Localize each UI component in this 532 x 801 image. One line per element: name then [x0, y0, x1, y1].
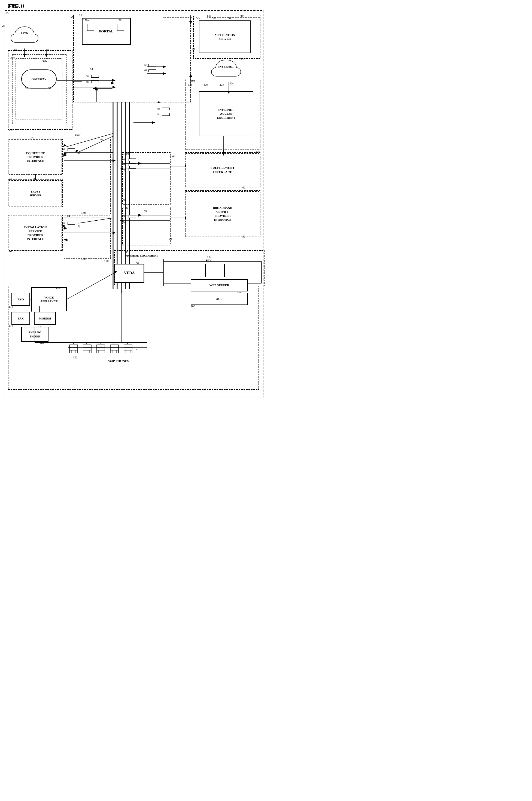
pc-box-1 [191, 264, 206, 277]
ref-44: 44 [157, 100, 160, 103]
ref-112: 112 [39, 341, 44, 344]
svg-marker-59 [63, 144, 66, 147]
conn-66-portal [91, 75, 99, 78]
conn-66-150b [68, 222, 75, 225]
ref-68-iae: 68 [157, 113, 160, 115]
ref-56a: 56a [196, 16, 201, 20]
ellipsis-pcs: . . . [229, 269, 234, 273]
ref-36: 36 [48, 87, 51, 90]
svg-line-144 [67, 273, 114, 299]
analog-phone-box: ANALOG PHONE [21, 327, 49, 342]
svg-marker-36 [113, 86, 116, 89]
svg-marker-32 [111, 82, 114, 84]
ref-96: 96 [124, 215, 126, 217]
ref-150c: 150c [123, 207, 129, 210]
svg-marker-45 [120, 219, 123, 222]
conn-66-150c [129, 215, 136, 218]
fxo-box: FXO [12, 293, 30, 306]
fulfillment-interface: FULFILLMENT INTERFACE [186, 153, 259, 187]
veda-box: VEDA [114, 264, 145, 283]
ref-80: 80 [65, 239, 68, 242]
ref-32a: 32a [25, 87, 30, 90]
portal-box: PORTAL [82, 18, 131, 45]
iae-box: INTERNET ACCESS EQUIPMENT [199, 91, 253, 136]
ref-100: 100 [104, 259, 109, 263]
ref-66-iae: 66 [157, 107, 160, 110]
svg-marker-125 [112, 79, 115, 82]
ref-90: 90 [169, 237, 172, 240]
phone-icon-2 [82, 343, 93, 356]
conn-66-150d-1 [129, 158, 136, 161]
conn-68-portal [91, 80, 99, 83]
ref-150d: 150d [123, 152, 129, 155]
pcs-label: PCs [206, 259, 211, 262]
ref-42a: 42a [188, 83, 192, 86]
portal-element-2 [117, 24, 124, 31]
ref-40c: 40c [229, 82, 234, 85]
ref-102: 102 [73, 356, 78, 359]
ref-42b: 42b [204, 83, 208, 86]
ref-150b: 150b [80, 257, 87, 260]
svg-marker-84 [152, 121, 155, 124]
ref-32b: 32b [42, 59, 47, 63]
svg-marker-135 [64, 227, 67, 230]
ref-10: 10 [5, 12, 8, 15]
conn-68-portal-r [149, 70, 156, 72]
svg-marker-39 [138, 162, 141, 165]
svg-marker-55 [63, 154, 67, 157]
application-server-box: APPLICATION SERVER [199, 20, 251, 53]
conn-66-iae [162, 108, 170, 110]
svg-line-58 [65, 133, 113, 147]
ref-150f: 150f [75, 133, 80, 136]
ref-68-r: 68 [145, 69, 147, 72]
ref-28: 28 [118, 19, 121, 22]
ref-34: 34 [90, 68, 93, 71]
ref-104: 104 [207, 255, 212, 259]
voip-phones-row: . . . [68, 343, 141, 356]
ref-110: 110 [56, 286, 60, 289]
figure-title: FIG. 1 [7, 3, 23, 9]
ref-82: 82 [9, 249, 12, 252]
ref-66-150c: 66 [145, 209, 147, 212]
ref-30a: 30a [8, 129, 13, 132]
ref-92: 92 [243, 235, 245, 238]
ref-40b: 40b [191, 79, 195, 82]
conn-66-150d-2 [129, 164, 136, 166]
ref-74: 74 [100, 138, 103, 141]
svg-marker-43 [138, 214, 141, 216]
svg-line-60 [78, 136, 113, 153]
ref-58: 58 [192, 47, 195, 50]
diagram: FIG. 1 [0, 0, 267, 400]
svg-marker-30 [163, 72, 166, 75]
web-server-box: WEB SERVER [191, 279, 248, 291]
ref-94: 94 [123, 198, 126, 202]
ref-67-150d: 67 [124, 158, 126, 161]
ref-66-r: 66 [145, 63, 147, 66]
phone-icon-4 [109, 343, 120, 356]
svg-rect-102 [97, 345, 105, 353]
ref-76: 76 [78, 225, 80, 228]
ref-32c: 32c [11, 56, 15, 59]
ref-68-portal: 68 [86, 80, 89, 83]
voice-appliance-box: VOICE APPLIANCE [31, 287, 67, 311]
svg-marker-133 [64, 153, 67, 155]
svg-rect-16 [12, 55, 67, 124]
svg-marker-41 [120, 168, 123, 170]
fax-box: FAX [12, 312, 30, 325]
phone-icon-5 [122, 343, 133, 356]
ref-56b: 56b [212, 16, 216, 20]
ref-66-150d: 66 [124, 163, 126, 166]
portal-element-1 [87, 24, 94, 31]
trust-server: TRUST SERVER [9, 180, 62, 207]
equipment-provider-interface: EQUIPMENT PROVIDER INTERFACE [9, 139, 62, 174]
ref-88: 88 [33, 177, 36, 180]
ref-68-150d: 68 [124, 168, 126, 171]
svg-marker-49 [113, 159, 116, 162]
internet-cloud: INTERNET [210, 57, 243, 82]
svg-rect-17 [16, 59, 62, 120]
ref-98: 98 [123, 221, 126, 224]
ref-150a: 150a [80, 211, 86, 214]
installation-service-provider: INSTALLATION SERVICE PROVIDER INTERFACE [9, 216, 62, 251]
svg-marker-123 [45, 54, 48, 57]
conn-66-portal-r [149, 64, 156, 67]
